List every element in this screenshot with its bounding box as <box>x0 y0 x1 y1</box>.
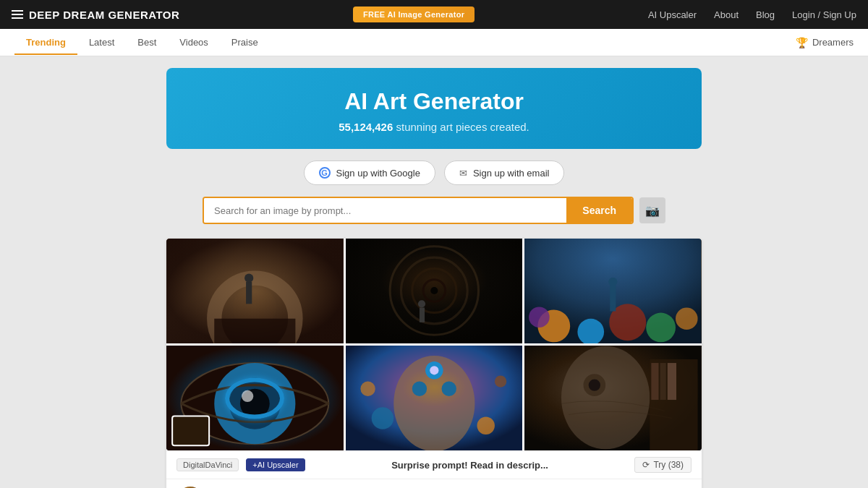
gallery-cell-6[interactable] <box>524 346 702 450</box>
cell-5-illustration <box>346 346 523 450</box>
brand-name: DEEP DREAM GENERATOR <box>29 9 179 21</box>
svg-rect-28 <box>172 416 209 445</box>
signup-buttons: G Sign up with Google ✉ Sign up with ema… <box>0 160 868 185</box>
search-button[interactable]: Search <box>566 198 632 223</box>
gallery-cell-2[interactable] <box>346 239 523 343</box>
nav-ai-upscaler[interactable]: AI Upscaler <box>648 9 697 20</box>
subnav-tabs: Trending Latest Best Videos Praise <box>14 30 796 55</box>
svg-point-17 <box>647 313 676 343</box>
tab-videos[interactable]: Videos <box>168 30 220 55</box>
hamburger-icon[interactable] <box>12 10 23 19</box>
brand[interactable]: DEEP DREAM GENERATOR <box>12 9 179 21</box>
svg-point-27 <box>242 390 253 402</box>
tab-best[interactable]: Best <box>126 30 168 55</box>
email-signup-label: Sign up with email <box>473 168 550 179</box>
svg-rect-44 <box>652 363 659 400</box>
gallery-cell-5[interactable] <box>346 346 523 450</box>
tab-trending[interactable]: Trending <box>14 30 77 55</box>
post-bar: DigitalDaVinci +AI Upscaler Surprise pro… <box>166 450 702 479</box>
tag-digital[interactable]: DigitalDaVinci <box>176 458 239 471</box>
hero-subtitle: 55,124,426 stunning art pieces created. <box>195 121 673 133</box>
svg-point-10 <box>430 287 438 294</box>
nav-about[interactable]: About <box>714 9 739 20</box>
cell-6-illustration <box>524 346 702 450</box>
svg-rect-45 <box>660 363 666 400</box>
google-signup-label: Sign up with Google <box>336 168 420 179</box>
svg-point-36 <box>477 416 494 434</box>
svg-point-40 <box>561 346 650 450</box>
svg-point-21 <box>609 278 618 286</box>
gallery-section: DigitalDaVinci +AI Upscaler Surprise pro… <box>166 239 702 488</box>
try-icon: ⟳ <box>642 460 650 470</box>
cell-4-illustration <box>166 346 344 450</box>
nav-blog[interactable]: Blog <box>756 9 775 20</box>
cell-2-illustration <box>346 239 523 343</box>
google-signup-button[interactable]: G Sign up with Google <box>304 160 435 185</box>
google-icon: G <box>319 167 331 179</box>
free-ai-button[interactable]: FREE AI Image Generator <box>353 7 475 22</box>
navbar-center: FREE AI Image Generator <box>194 7 634 22</box>
email-icon: ✉ <box>459 168 467 179</box>
try-label: Try (38) <box>653 460 684 470</box>
hero-suffix: stunning art pieces created. <box>393 121 529 133</box>
tag-ai-upscaler[interactable]: +AI Upscaler <box>246 458 305 471</box>
svg-point-35 <box>371 407 393 429</box>
camera-search-button[interactable]: 📷 <box>639 197 665 223</box>
dreamers-button[interactable]: 🏆 Dreamers <box>796 37 854 48</box>
subnav: Trending Latest Best Videos Praise 🏆 Dre… <box>0 29 868 56</box>
email-signup-button[interactable]: ✉ Sign up with email <box>444 160 565 185</box>
dreamers-label: Dreamers <box>812 37 854 48</box>
svg-point-12 <box>418 300 425 307</box>
search-wrapper: Search <box>203 197 634 224</box>
svg-point-18 <box>676 307 698 330</box>
svg-point-42 <box>589 380 600 391</box>
svg-point-4 <box>244 274 253 283</box>
navbar-links: AI Upscaler About Blog Login / Sign Up <box>648 9 856 20</box>
svg-rect-20 <box>610 286 616 312</box>
svg-rect-3 <box>246 282 252 304</box>
svg-point-19 <box>529 307 550 328</box>
tab-praise[interactable]: Praise <box>220 30 270 55</box>
try-button[interactable]: ⟳ Try (38) <box>634 457 692 473</box>
svg-point-31 <box>412 382 426 396</box>
gallery-card: DigitalDaVinci +AI Upscaler Surprise pro… <box>166 239 702 488</box>
post-title: Surprise prompt! Read in descrip... <box>312 460 628 471</box>
svg-rect-2 <box>214 319 295 343</box>
svg-point-24 <box>214 363 295 444</box>
camera-icon: 📷 <box>645 204 660 218</box>
svg-point-37 <box>360 382 375 396</box>
svg-point-32 <box>441 382 456 396</box>
svg-point-34 <box>430 366 438 374</box>
gallery-cell-4[interactable] <box>166 346 344 450</box>
navbar: DEEP DREAM GENERATOR FREE AI Image Gener… <box>0 0 868 29</box>
post-user-row: Crystaldelic 1 day ago 💬 9 ♡ 201 ⋮ <box>166 479 702 488</box>
svg-point-38 <box>495 375 506 387</box>
svg-point-26 <box>240 389 270 419</box>
gallery-grid <box>166 239 702 450</box>
tab-latest[interactable]: Latest <box>77 30 126 55</box>
gallery-cell-1[interactable] <box>166 239 344 343</box>
svg-rect-46 <box>668 363 676 400</box>
svg-rect-11 <box>420 307 425 322</box>
hero-banner: AI Art Generator 55,124,426 stunning art… <box>166 68 702 149</box>
hero-count: 55,124,426 <box>339 121 393 133</box>
trophy-icon: 🏆 <box>796 37 808 48</box>
gallery-cell-3[interactable] <box>524 239 702 343</box>
cell-1-illustration <box>166 239 344 343</box>
hero-title: AI Art Generator <box>195 88 673 115</box>
search-input[interactable] <box>204 198 566 223</box>
search-container: Search 📷 <box>203 197 665 224</box>
cell-3-illustration <box>524 239 702 343</box>
nav-login[interactable]: Login / Sign Up <box>792 9 856 20</box>
